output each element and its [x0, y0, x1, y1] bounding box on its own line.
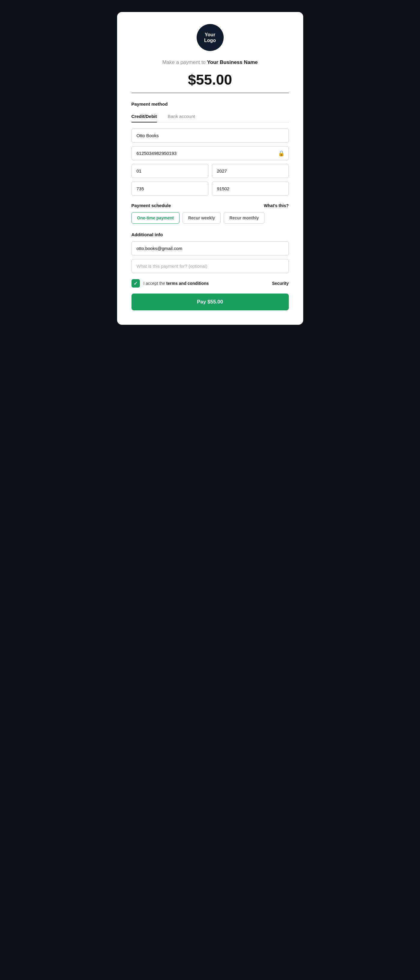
zip-input[interactable] — [212, 181, 289, 196]
expiry-month-input[interactable] — [132, 164, 208, 178]
name-group — [132, 129, 289, 143]
schedule-one-time[interactable]: One-time payment — [132, 212, 180, 224]
lock-icon: 🔒 — [278, 150, 285, 157]
schedule-weekly[interactable]: Recur weekly — [183, 212, 221, 224]
logo-line1: Your — [205, 32, 215, 38]
business-name: Your Business Name — [207, 59, 258, 65]
email-input[interactable] — [132, 241, 289, 255]
logo-line2: Logo — [204, 38, 216, 43]
payment-for-group — [132, 259, 289, 273]
card-number-input[interactable] — [132, 146, 289, 160]
page-wrapper: Your Logo Make a payment to Your Busines… — [111, 6, 309, 331]
whats-this-link[interactable]: What's this? — [264, 203, 289, 208]
logo-circle: Your Logo — [197, 24, 224, 51]
name-input[interactable] — [132, 129, 289, 143]
cvv-input[interactable] — [132, 181, 208, 196]
payment-schedule-label: Payment schedule — [132, 203, 171, 208]
expiry-year-input[interactable] — [212, 164, 289, 178]
payment-method-tabs: Credit/Debit Bank account — [132, 111, 289, 123]
amount-display: $55.00 — [132, 72, 289, 88]
schedule-options: One-time payment Recur weekly Recur mont… — [132, 212, 289, 224]
expiry-row — [132, 164, 289, 178]
cvv-zip-row — [132, 181, 289, 196]
tab-bank-account[interactable]: Bank account — [168, 111, 195, 123]
logo-container: Your Logo — [132, 24, 289, 51]
payment-card: Your Logo Make a payment to Your Busines… — [117, 12, 303, 325]
tab-credit-debit[interactable]: Credit/Debit — [132, 111, 157, 123]
payment-schedule-header: Payment schedule What's this? — [132, 203, 289, 208]
payment-for-input[interactable] — [132, 259, 289, 273]
email-group — [132, 241, 289, 255]
terms-link[interactable]: terms and conditions — [166, 281, 209, 286]
schedule-monthly[interactable]: Recur monthly — [224, 212, 264, 224]
checkmark-icon: ✓ — [134, 281, 137, 286]
terms-left: ✓ I accept the terms and conditions — [132, 279, 209, 288]
additional-info-label: Additional info — [132, 232, 289, 237]
pay-button[interactable]: Pay $55.00 — [132, 294, 289, 310]
terms-prefix: I accept the — [143, 281, 166, 286]
payment-to-label: Make a payment to Your Business Name — [132, 59, 289, 65]
card-number-group: 🔒 — [132, 146, 289, 160]
terms-text: I accept the terms and conditions — [143, 281, 209, 286]
security-link[interactable]: Security — [272, 281, 288, 286]
payment-to-prefix: Make a payment to — [162, 59, 207, 65]
terms-row: ✓ I accept the terms and conditions Secu… — [132, 279, 289, 288]
terms-checkbox[interactable]: ✓ — [132, 279, 140, 288]
payment-method-label: Payment method — [132, 102, 289, 107]
amount-divider — [132, 93, 289, 93]
